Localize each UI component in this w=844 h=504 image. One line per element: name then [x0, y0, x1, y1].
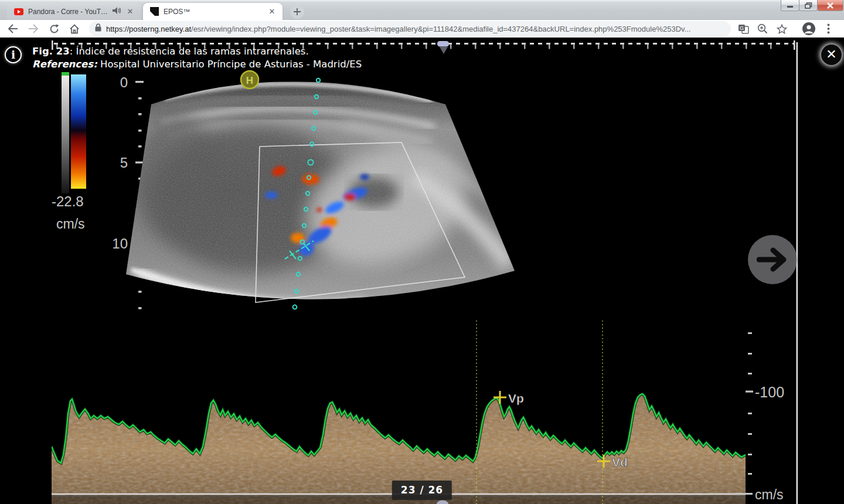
- figure-label: Fig. 23: [32, 46, 70, 57]
- browser-window: Pandora - Corre - YouTube ✕ EPOS™ ✕: [0, 0, 844, 504]
- url-domain: https://posterng.netkey.at: [106, 25, 191, 33]
- minimize-button[interactable]: [781, 0, 799, 11]
- gray-map-bar: [62, 72, 69, 193]
- close-viewer-button[interactable]: ✕: [821, 45, 842, 65]
- color-scale-value: -22.8: [52, 193, 84, 209]
- tab-title: Pandora - Corre - YouTube: [28, 8, 108, 16]
- reload-icon[interactable]: [46, 21, 62, 36]
- doppler-color-bar: [71, 74, 86, 189]
- tab-strip: Pandora - Corre - YouTube ✕ EPOS™ ✕: [0, 0, 844, 20]
- zoom-icon[interactable]: [755, 22, 770, 36]
- scale-minus100: -100: [755, 384, 784, 400]
- address-bar[interactable]: https://posterng.netkey.at/esr/viewing/i…: [89, 21, 731, 36]
- new-tab-button[interactable]: [290, 4, 305, 19]
- tab-audio-icon[interactable]: [113, 7, 121, 16]
- restore-button[interactable]: [799, 0, 818, 11]
- sweep-marker: [437, 41, 449, 47]
- next-image-button[interactable]: [748, 235, 797, 284]
- spectrum-unit: cm/s: [755, 487, 784, 502]
- youtube-icon: [14, 8, 23, 15]
- url-text: https://posterng.netkey.at/esr/viewing/i…: [106, 25, 690, 33]
- vp-label: Vp: [508, 391, 524, 405]
- tab-close-icon[interactable]: ✕: [125, 7, 135, 16]
- tab-title: EPOS™: [164, 8, 263, 16]
- tab-epos[interactable]: EPOS™ ✕: [143, 3, 283, 20]
- references-text: Hospital Universitario Príncipe de Astur…: [97, 59, 362, 70]
- home-icon[interactable]: [67, 21, 82, 36]
- browser-toolbar: https://posterng.netkey.at/esr/viewing/i…: [0, 20, 844, 38]
- bookmark-star-icon[interactable]: [775, 22, 789, 36]
- lock-icon: [95, 23, 101, 34]
- info-button[interactable]: i: [5, 46, 22, 63]
- url-path: /esr/viewing/index.php?module=viewing_po…: [191, 25, 690, 33]
- probe-marker-letter: H: [246, 75, 253, 86]
- svg-text:G: G: [739, 25, 743, 30]
- color-scale-unit: cm/s: [56, 216, 85, 231]
- window-controls: [781, 0, 843, 11]
- references-label: References:: [32, 59, 97, 70]
- figure-caption: Fig. 23: Índice de resistencia de las ra…: [32, 45, 362, 71]
- depth-label-5: 5: [120, 155, 128, 171]
- page-indicator: 23 / 26: [392, 481, 452, 500]
- translate-icon[interactable]: G: [736, 22, 750, 36]
- bmode-fan: H: [117, 53, 528, 328]
- figure-caption-text: : Índice de resistencia de las ramas int…: [70, 46, 309, 57]
- capture-edge: [797, 42, 798, 504]
- depth-label-0: 0: [120, 74, 128, 90]
- arrow-right-icon: [757, 247, 788, 273]
- tab-youtube[interactable]: Pandora - Corre - YouTube ✕: [7, 3, 141, 20]
- viewer-content: -22.8 cm/s 0 5 10: [0, 38, 844, 504]
- ultrasound-image: -22.8 cm/s 0 5 10: [52, 38, 798, 504]
- vd-label: Vd: [612, 455, 628, 469]
- epos-icon: [150, 7, 159, 16]
- depth-label-10: 10: [112, 236, 128, 251]
- menu-dots-icon[interactable]: [821, 22, 835, 36]
- close-window-button[interactable]: [817, 0, 843, 11]
- back-icon[interactable]: [5, 21, 21, 36]
- forward-icon[interactable]: [26, 21, 41, 36]
- profile-avatar[interactable]: [802, 22, 816, 36]
- spectral-doppler: Vp Vd -100 cm/s: [52, 321, 784, 504]
- tab-close-icon[interactable]: ✕: [267, 7, 277, 16]
